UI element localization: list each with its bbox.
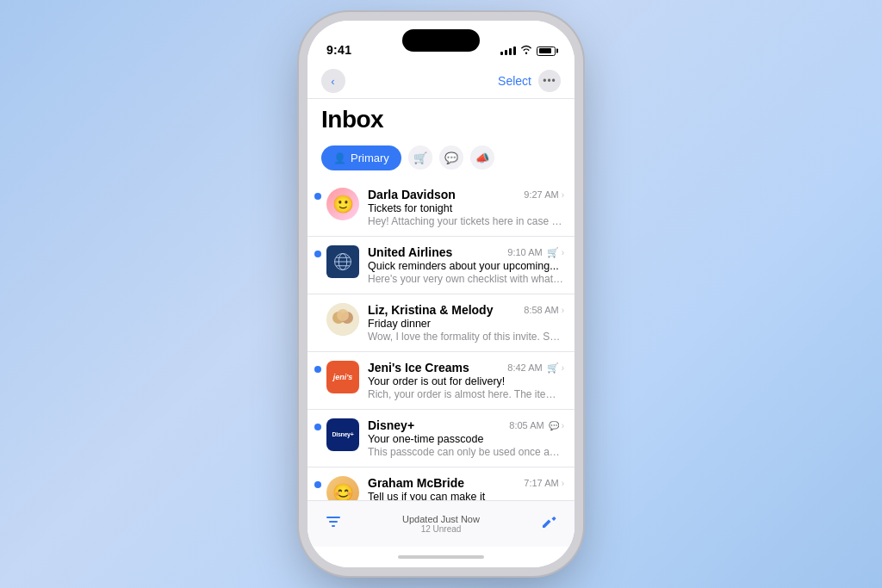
inbox-title: Inbox bbox=[321, 106, 561, 133]
updated-text: Updated Just Now bbox=[402, 514, 480, 524]
chevron-right-icon: › bbox=[562, 306, 564, 315]
mail-content: Graham McBride 7:17 AM › Tell us if you … bbox=[368, 476, 564, 500]
tab-primary[interactable]: 👤 Primary bbox=[321, 145, 401, 170]
mail-subject: Tell us if you can make it bbox=[368, 491, 564, 500]
mail-item[interactable]: Liz, Kristina & Melody 8:58 AM › Friday … bbox=[307, 294, 575, 352]
mail-item[interactable]: jeni's Jeni's Ice Creams 8:42 AM 🛒 › You… bbox=[307, 352, 575, 410]
sender-name: Graham McBride bbox=[368, 476, 464, 490]
filter-icon[interactable] bbox=[325, 513, 342, 535]
sender-name: Darla Davidson bbox=[368, 188, 456, 201]
back-button[interactable]: ‹ bbox=[321, 69, 345, 93]
mail-time: 8:58 AM bbox=[524, 305, 558, 315]
compose-button[interactable] bbox=[540, 513, 557, 535]
mail-preview: Rich, your order is almost here. The ite… bbox=[368, 388, 564, 400]
content-area: Inbox 👤 Primary 🛒 💬 📣 🙂 bbox=[307, 99, 575, 547]
svg-rect-10 bbox=[326, 517, 340, 518]
sender-name: Jeni's Ice Creams bbox=[368, 361, 469, 374]
mail-subject: Your order is out for delivery! bbox=[368, 375, 564, 387]
svg-point-9 bbox=[337, 309, 349, 321]
mail-item[interactable]: Disney+ Disney+ 8:05 AM 💬 › Your one-tim… bbox=[307, 410, 575, 467]
more-dots-icon: ••• bbox=[543, 75, 556, 87]
shopping-cart-icon: 🛒 bbox=[413, 152, 427, 164]
bottom-bar: Updated Just Now 12 Unread bbox=[307, 500, 575, 547]
shopping-badge-icon: 🛒 bbox=[547, 247, 559, 258]
bottom-center-status: Updated Just Now 12 Unread bbox=[402, 514, 480, 534]
status-icons bbox=[500, 45, 556, 57]
nav-bar: ‹ Select ••• bbox=[307, 62, 575, 99]
inbox-header: Inbox bbox=[307, 99, 575, 140]
mail-subject: Quick reminders about your upcoming... bbox=[368, 260, 564, 272]
home-indicator bbox=[307, 547, 575, 567]
nav-right-actions: Select ••• bbox=[498, 70, 561, 92]
select-button[interactable]: Select bbox=[498, 74, 531, 88]
status-time: 9:41 bbox=[326, 43, 351, 57]
chevron-right-icon: › bbox=[562, 248, 564, 257]
mail-item[interactable]: 🙂 Darla Davidson 9:27 AM › Tickets for t… bbox=[307, 179, 575, 237]
mail-time: 8:42 AM bbox=[507, 362, 542, 373]
sender-name: United Airlines bbox=[368, 245, 452, 259]
mail-preview: This passcode can only be used once and … bbox=[368, 446, 564, 458]
tab-social[interactable]: 💬 bbox=[439, 145, 463, 170]
chat-icon: 💬 bbox=[444, 152, 458, 164]
mail-time: 8:05 AM bbox=[509, 420, 543, 430]
phone-shell: 9:41 ‹ Select bbox=[307, 21, 575, 567]
svg-rect-12 bbox=[332, 525, 335, 527]
person-icon: 👤 bbox=[333, 152, 346, 164]
avatar: Disney+ bbox=[326, 418, 359, 451]
home-bar bbox=[398, 555, 484, 559]
mail-list: 🙂 Darla Davidson 9:27 AM › Tickets for t… bbox=[307, 179, 575, 500]
mail-content: Liz, Kristina & Melody 8:58 AM › Friday … bbox=[368, 303, 564, 343]
unread-dot bbox=[314, 366, 321, 373]
sender-name: Disney+ bbox=[368, 418, 414, 432]
dynamic-island bbox=[402, 29, 480, 52]
chevron-right-icon: › bbox=[562, 479, 564, 488]
tab-promotions[interactable]: 📣 bbox=[470, 145, 494, 170]
megaphone-icon: 📣 bbox=[475, 152, 489, 164]
avatar bbox=[326, 303, 359, 336]
mail-subject: Your one-time passcode bbox=[368, 433, 564, 445]
chat-badge-icon: 💬 bbox=[549, 421, 559, 430]
mail-content: United Airlines 9:10 AM 🛒 › Quick remind… bbox=[368, 245, 564, 285]
sender-name: Liz, Kristina & Melody bbox=[368, 303, 493, 317]
back-chevron-icon: ‹ bbox=[331, 75, 334, 88]
wifi-icon bbox=[520, 45, 532, 57]
mail-time: 9:27 AM bbox=[524, 189, 558, 200]
mail-content: Disney+ 8:05 AM 💬 › Your one-time passco… bbox=[368, 418, 564, 458]
mail-subject: Friday dinner bbox=[368, 318, 564, 330]
mail-content: Darla Davidson 9:27 AM › Tickets for ton… bbox=[368, 188, 564, 227]
signal-bars-icon bbox=[500, 46, 516, 55]
tab-shopping[interactable]: 🛒 bbox=[408, 145, 432, 170]
mail-preview: Here's your very own checklist with what… bbox=[368, 273, 564, 285]
tab-primary-label: Primary bbox=[351, 152, 389, 164]
battery-icon bbox=[537, 46, 556, 56]
unread-dot bbox=[314, 251, 321, 257]
filter-tabs: 👤 Primary 🛒 💬 📣 bbox=[307, 140, 575, 179]
more-button[interactable]: ••• bbox=[538, 70, 561, 92]
chevron-right-icon: › bbox=[562, 421, 564, 430]
mail-subject: Tickets for tonight bbox=[368, 202, 564, 214]
shopping-badge-icon: 🛒 bbox=[547, 362, 559, 374]
avatar: 😊 bbox=[326, 476, 359, 500]
avatar bbox=[326, 245, 359, 278]
mail-preview: Hey! Attaching your tickets here in case… bbox=[368, 215, 564, 227]
mail-content: Jeni's Ice Creams 8:42 AM 🛒 › Your order… bbox=[368, 361, 564, 400]
unread-dot bbox=[314, 424, 321, 430]
mail-item[interactable]: 😊 Graham McBride 7:17 AM › Tell us if yo… bbox=[307, 467, 575, 500]
mail-time: 7:17 AM bbox=[524, 478, 558, 488]
mail-preview: Wow, I love the formality of this invite… bbox=[368, 331, 564, 343]
chevron-right-icon: › bbox=[562, 190, 564, 200]
svg-rect-11 bbox=[329, 521, 338, 523]
mail-time: 9:10 AM bbox=[507, 247, 542, 257]
mail-item[interactable]: United Airlines 9:10 AM 🛒 › Quick remind… bbox=[307, 237, 575, 294]
avatar: 🙂 bbox=[326, 188, 359, 220]
unread-count: 12 Unread bbox=[421, 524, 462, 534]
chevron-right-icon: › bbox=[562, 363, 564, 373]
avatar: jeni's bbox=[326, 361, 359, 393]
unread-dot bbox=[314, 481, 321, 488]
unread-dot bbox=[314, 193, 321, 200]
